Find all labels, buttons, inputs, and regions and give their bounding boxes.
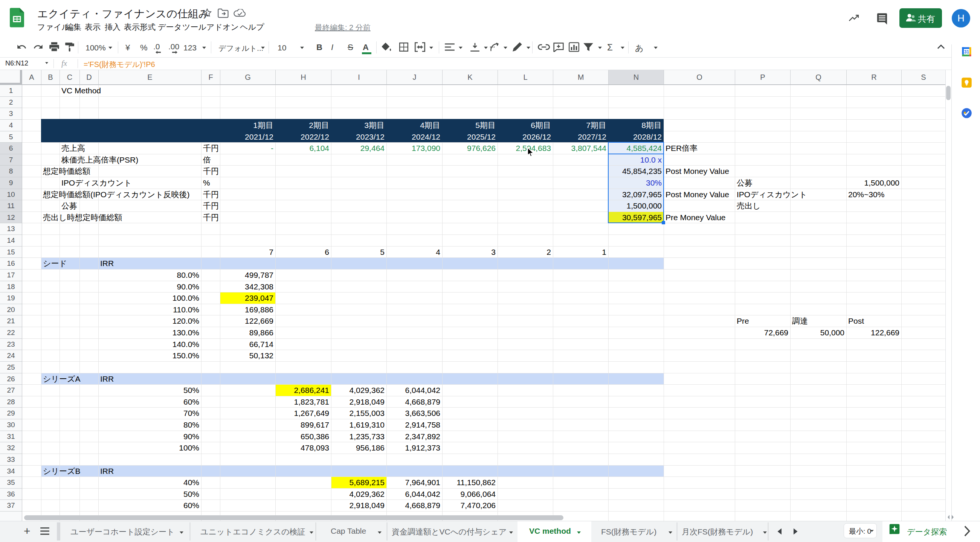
- svg-text:31: 31: [964, 49, 969, 55]
